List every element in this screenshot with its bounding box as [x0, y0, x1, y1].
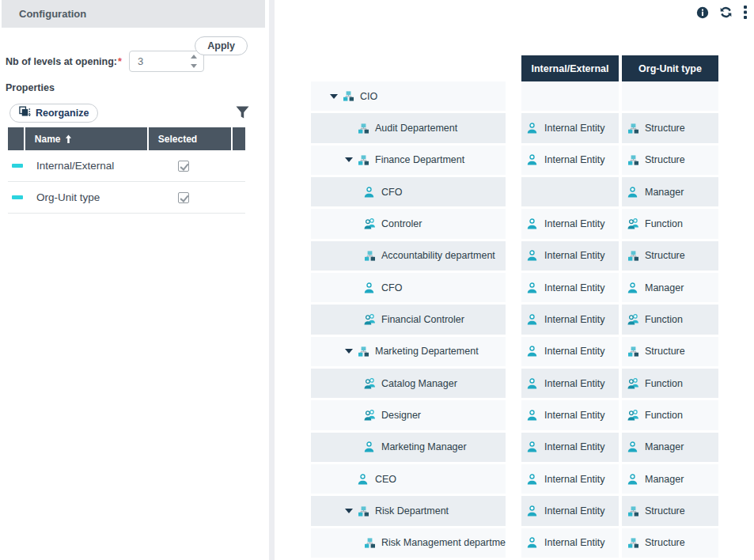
tree-node-label: Risk Management department: [381, 537, 513, 548]
expand-toggle[interactable]: [350, 282, 364, 293]
person-icon: [627, 474, 639, 485]
cell-internal-external: Internal Entity: [521, 433, 619, 464]
property-name: Internal/External: [23, 160, 142, 172]
expand-toggle[interactable]: [350, 410, 364, 421]
cell-org-unit-type: Manager: [622, 273, 718, 305]
tree-row[interactable]: Audit Departement Internal Entity Struct…: [311, 113, 718, 145]
number-stepper[interactable]: [190, 55, 198, 68]
collapse-triangle-icon[interactable]: [330, 94, 338, 99]
filter-funnel-icon[interactable]: [235, 105, 250, 120]
selected-checkbox[interactable]: [178, 161, 189, 172]
function-icon: [364, 378, 376, 389]
person-icon: [527, 346, 539, 357]
tree-row[interactable]: Catalog Manager Internal Entity Function: [311, 369, 718, 400]
kebab-menu-icon[interactable]: [743, 5, 748, 20]
function-icon: [364, 314, 376, 325]
structure-icon: [627, 250, 639, 261]
collapse-triangle-icon[interactable]: [345, 509, 353, 513]
tree-row[interactable]: Risk Department Internal Entity Structur…: [311, 496, 718, 528]
stepper-up-icon[interactable]: [191, 55, 197, 59]
person-icon: [527, 378, 539, 389]
expand-toggle[interactable]: [350, 378, 364, 389]
cell-org-unit-type: Structure: [622, 241, 718, 273]
expand-toggle[interactable]: [343, 123, 358, 134]
tree-node-label: CFO: [381, 282, 402, 293]
apply-button[interactable]: Apply: [195, 36, 248, 55]
header-name-column[interactable]: Name: [25, 127, 147, 150]
structure-icon: [358, 154, 369, 165]
menu-button[interactable]: [743, 5, 748, 20]
expand-toggle[interactable]: [350, 187, 364, 198]
reorganize-button[interactable]: Reorganize: [9, 104, 98, 123]
cell-internal-external: Internal Entity: [521, 464, 619, 496]
structure-icon: [358, 346, 369, 357]
info-button[interactable]: [696, 6, 709, 19]
panel-title: Configuration: [2, 0, 265, 28]
collapse-triangle-icon[interactable]: [345, 157, 353, 162]
cell-internal-external: Internal Entity: [521, 337, 619, 369]
property-row[interactable]: Internal/External: [8, 150, 245, 182]
tree-node-label: Controler: [381, 218, 422, 229]
tree-node-label: Marketing Departement: [375, 346, 479, 357]
person-icon: [527, 537, 539, 548]
tree-row[interactable]: Accountability department Internal Entit…: [311, 241, 718, 273]
structure-icon: [627, 346, 639, 357]
expand-toggle[interactable]: [350, 537, 364, 548]
tree-node-label: Catalog Manager: [381, 378, 457, 389]
properties-table: Name Selected Internal/External Org-Unit…: [8, 127, 245, 214]
refresh-icon[interactable]: [719, 6, 733, 19]
tree-row[interactable]: Marketing Manager Internal Entity Manage…: [311, 433, 718, 464]
function-icon: [364, 218, 376, 229]
tree-row[interactable]: Finance Department Internal Entity Struc…: [311, 146, 718, 177]
expand-toggle[interactable]: [328, 91, 343, 102]
refresh-button[interactable]: [719, 6, 733, 19]
expand-toggle[interactable]: [343, 505, 358, 516]
cell-internal-external: Internal Entity: [521, 528, 619, 560]
tree-row[interactable]: Controler Internal Entity Function: [311, 209, 718, 240]
person-icon: [627, 282, 639, 293]
levels-input[interactable]: [130, 51, 185, 71]
stepper-down-icon[interactable]: [191, 64, 197, 68]
tree-row[interactable]: Marketing Departement Internal Entity St…: [311, 337, 718, 369]
tree-row[interactable]: Financial Controler Internal Entity Func…: [311, 305, 718, 336]
person-icon: [527, 250, 539, 261]
levels-at-opening-label: Nb of levels at opening:*: [6, 56, 122, 67]
expand-toggle[interactable]: [350, 218, 364, 229]
drag-handle[interactable]: [12, 195, 23, 199]
cell-org-unit-type: Function: [622, 369, 718, 400]
property-row[interactable]: Org-Unit type: [8, 182, 245, 214]
column-header-internal-external: Internal/External: [521, 55, 619, 81]
tree-row[interactable]: CIO: [311, 81, 718, 113]
header-end-column: [233, 127, 245, 150]
person-icon: [527, 154, 539, 165]
info-icon[interactable]: [696, 6, 709, 19]
tree-row[interactable]: CEO Internal Entity Manager: [311, 464, 718, 496]
cell-org-unit-type: [622, 81, 718, 113]
function-icon: [627, 314, 639, 325]
expand-toggle[interactable]: [343, 346, 358, 357]
collapse-triangle-icon[interactable]: [345, 349, 353, 354]
drag-handle[interactable]: [12, 164, 23, 168]
expand-toggle[interactable]: [350, 441, 364, 452]
levels-input-wrap: [129, 51, 204, 72]
tree-node-label: CEO: [375, 474, 396, 485]
reorganize-label: Reorganize: [36, 108, 89, 119]
cell-org-unit-type: Function: [622, 209, 718, 240]
structure-icon: [358, 123, 369, 134]
tree-node-label: Financial Controler: [381, 314, 464, 325]
function-icon: [627, 218, 639, 229]
expand-toggle[interactable]: [350, 314, 364, 325]
expand-toggle[interactable]: [350, 250, 364, 261]
tree-row[interactable]: Risk Management department Internal Enti…: [311, 528, 718, 560]
tree-row[interactable]: CFO Internal Entity Manager: [311, 273, 718, 305]
expand-toggle[interactable]: [343, 474, 358, 485]
cell-org-unit-type: Structure: [622, 113, 718, 145]
selected-checkbox[interactable]: [178, 192, 189, 203]
tree-row[interactable]: Designer Internal Entity Function: [311, 400, 718, 432]
tree-row[interactable]: CFO Manager: [311, 177, 718, 209]
cell-internal-external: Internal Entity: [521, 146, 619, 177]
structure-icon: [627, 505, 639, 516]
person-icon: [627, 441, 639, 452]
expand-toggle[interactable]: [343, 154, 358, 165]
cell-org-unit-type: Structure: [622, 528, 718, 560]
